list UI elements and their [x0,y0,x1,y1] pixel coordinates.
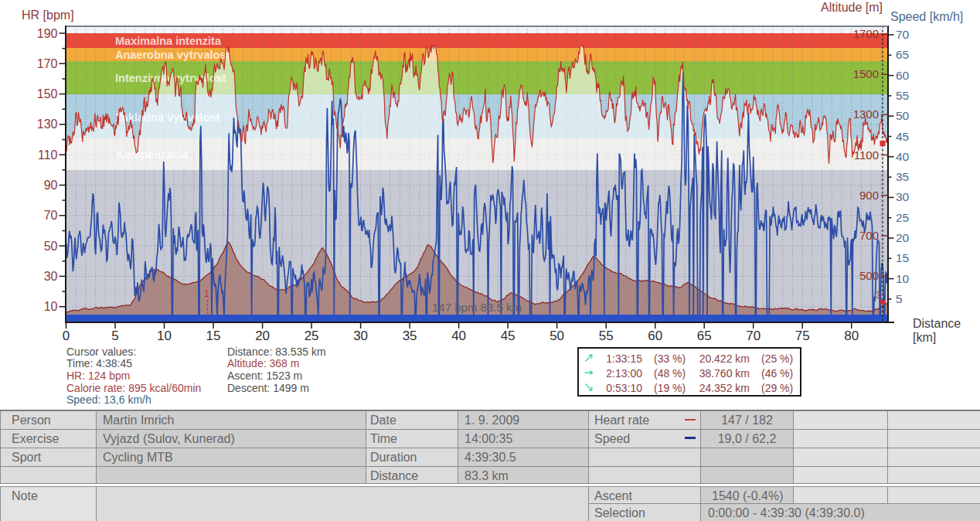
svg-text:40: 40 [896,150,910,163]
svg-text:5: 5 [896,292,903,305]
svg-text:0: 0 [63,329,70,343]
svg-text:50: 50 [44,240,58,253]
svg-text:500: 500 [859,269,879,282]
svg-text:1700: 1700 [853,27,879,40]
svg-text:1500: 1500 [853,67,879,80]
svg-text:45: 45 [501,329,516,343]
svg-text:65: 65 [697,329,712,343]
svg-text:20: 20 [896,231,910,244]
svg-text:40: 40 [451,329,466,343]
svg-text:130: 130 [37,117,58,131]
svg-text:90: 90 [44,179,58,192]
svg-text:35: 35 [896,170,909,183]
svg-text:45: 45 [896,130,909,143]
svg-text:65: 65 [896,48,909,61]
svg-text:150: 150 [37,87,58,100]
svg-text:60: 60 [896,69,910,82]
svg-text:5: 5 [111,329,118,343]
svg-text:55: 55 [896,89,909,102]
svg-text:190: 190 [37,27,58,40]
svg-text:10: 10 [157,329,172,343]
svg-text:30: 30 [896,190,910,203]
svg-text:20: 20 [255,329,270,343]
svg-text:50: 50 [550,329,564,343]
svg-text:25: 25 [896,211,909,224]
svg-text:1: 1 [204,288,209,299]
svg-text:70: 70 [896,28,910,41]
svg-text:10: 10 [44,300,58,313]
svg-text:900: 900 [859,189,879,202]
svg-text:70: 70 [746,329,761,343]
svg-text:70: 70 [44,209,58,222]
svg-text:55: 55 [599,329,614,343]
svg-text:25: 25 [305,329,319,343]
svg-text:15: 15 [206,329,221,343]
svg-text:Anaerobna vytrvalost: Anaerobna vytrvalost [115,49,230,61]
svg-text:60: 60 [648,329,662,343]
svg-text:170: 170 [37,57,58,70]
svg-text:30: 30 [44,270,58,283]
svg-text:15: 15 [896,251,909,264]
svg-text:50: 50 [896,109,910,122]
svg-text:3: 3 [876,289,881,301]
svg-text:1100: 1100 [854,148,879,162]
svg-text:35: 35 [403,329,417,343]
svg-text:10: 10 [896,272,910,285]
svg-text:700: 700 [859,229,879,242]
svg-text:1300: 1300 [853,107,879,121]
svg-text:147 bpm 83.5 km: 147 bpm 83.5 km [432,301,522,314]
svg-text:75: 75 [795,329,810,343]
svg-text:110: 110 [38,148,58,162]
svg-text:30: 30 [353,329,368,343]
svg-text:80: 80 [844,329,859,343]
svg-text:Maximalna intenzita: Maximalna intenzita [115,35,222,47]
